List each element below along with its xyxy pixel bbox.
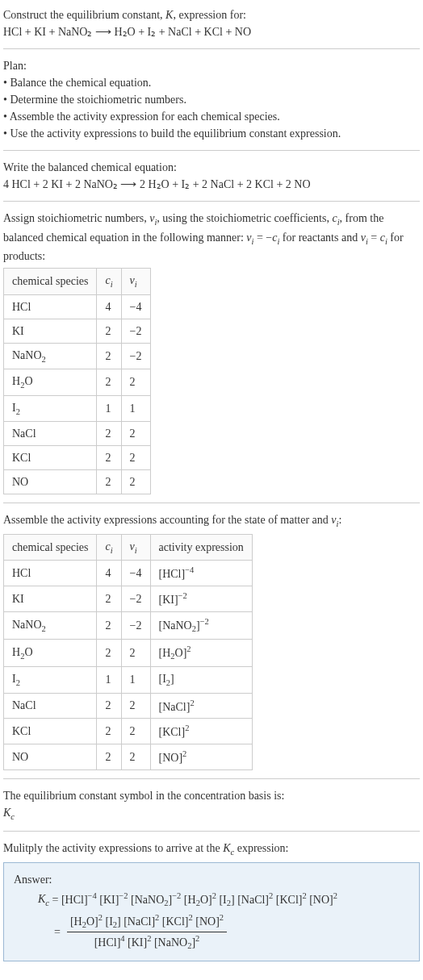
multiply-block: Mulitply the activity expressions to arr… xyxy=(3,840,420,859)
balanced-block: Write the balanced chemical equation: 4 … xyxy=(3,159,420,193)
divider xyxy=(3,150,420,151)
answer-fraction: [H2O]2 [I2] [NaCl]2 [KCl]2 [NO]2 [HCl]4 … xyxy=(67,911,227,953)
answer-numerator: [H2O]2 [I2] [NaCl]2 [KCl]2 [NO]2 xyxy=(67,911,227,932)
intro-block: Construct the equilibrium constant, K, e… xyxy=(3,6,420,40)
multiply-title: Mulitply the activity expressions to arr… xyxy=(3,840,420,859)
plan-item: • Use the activity expressions to build … xyxy=(3,125,420,142)
table-row: NaCl22 xyxy=(4,422,151,446)
table-header-row: chemical species ci νi xyxy=(4,269,151,295)
answer-box: Answer: Kc = [HCl]−4 [KI]−2 [NaNO2]−2 [H… xyxy=(3,862,420,962)
stoich-text: Assign stoichiometric numbers, νi, using… xyxy=(3,210,420,265)
col-nui: νi xyxy=(121,534,150,561)
table-row: NaNO22−2[NaNO2]−2 xyxy=(4,611,253,639)
table-row: NaCl22[NaCl]2 xyxy=(4,693,253,719)
col-nui: νi xyxy=(121,269,150,295)
col-activity: activity expression xyxy=(150,534,252,561)
table-row: NO22[NO]2 xyxy=(4,744,253,769)
col-species: chemical species xyxy=(4,534,97,561)
divider xyxy=(3,831,420,832)
table-row: KI2−2[KI]−2 xyxy=(4,586,253,612)
plan-title: Plan: xyxy=(3,57,420,74)
table-row: KI2−2 xyxy=(4,319,151,343)
table-row: HCl4−4[HCl]−4 xyxy=(4,561,253,586)
activity-block: Assemble the activity expressions accoun… xyxy=(3,511,420,769)
table-row: I211[I2] xyxy=(4,667,253,694)
symbol-block: The equilibrium constant symbol in the c… xyxy=(3,787,420,824)
stoich-block: Assign stoichiometric numbers, νi, using… xyxy=(3,210,420,494)
table-row: KCl22 xyxy=(4,446,151,470)
col-species: chemical species xyxy=(4,269,97,295)
table-row: H2O22 xyxy=(4,369,151,396)
col-ci: ci xyxy=(97,269,121,295)
divider xyxy=(3,778,420,779)
table-row: I211 xyxy=(4,395,151,422)
col-ci: ci xyxy=(97,534,121,561)
divider xyxy=(3,201,420,202)
plan-item: • Assemble the activity expression for e… xyxy=(3,108,420,125)
activity-title: Assemble the activity expressions accoun… xyxy=(3,511,420,531)
answer-line2: = [H2O]2 [I2] [NaCl]2 [KCl]2 [NO]2 [HCl]… xyxy=(54,911,409,953)
table-row: HCl4−4 xyxy=(4,294,151,319)
symbol-value: Kc xyxy=(3,804,420,824)
answer-line1: Kc = [HCl]−4 [KI]−2 [NaNO2]−2 [H2O]2 [I2… xyxy=(38,890,409,910)
equals-sign: = xyxy=(54,924,61,940)
table-row: NO22 xyxy=(4,470,151,494)
balanced-equation: 4 HCl + 2 KI + 2 NaNO₂ ⟶ 2 H₂O + I₂ + 2 … xyxy=(3,176,420,193)
table-header-row: chemical species ci νi activity expressi… xyxy=(4,534,253,561)
divider xyxy=(3,503,420,503)
answer-label: Answer: xyxy=(14,871,409,888)
activity-table: chemical species ci νi activity expressi… xyxy=(3,534,253,770)
intro-construct: Construct the equilibrium constant, K, e… xyxy=(3,6,420,23)
intro-equation: HCl + KI + NaNO₂ ⟶ H₂O + I₂ + NaCl + KCl… xyxy=(3,23,420,40)
answer-denominator: [HCl]4 [KI]2 [NaNO2]2 xyxy=(67,932,227,953)
stoich-table: chemical species ci νi HCl4−4 KI2−2 NaNO… xyxy=(3,268,151,494)
plan-item: • Balance the chemical equation. xyxy=(3,74,420,91)
plan-block: Plan: • Balance the chemical equation. •… xyxy=(3,57,420,142)
divider xyxy=(3,48,420,49)
symbol-title: The equilibrium constant symbol in the c… xyxy=(3,787,420,804)
table-row: H2O22[H2O]2 xyxy=(4,639,253,666)
plan-item: • Determine the stoichiometric numbers. xyxy=(3,91,420,108)
balanced-title: Write the balanced chemical equation: xyxy=(3,159,420,176)
table-row: KCl22[KCl]2 xyxy=(4,719,253,744)
table-row: NaNO22−2 xyxy=(4,343,151,369)
